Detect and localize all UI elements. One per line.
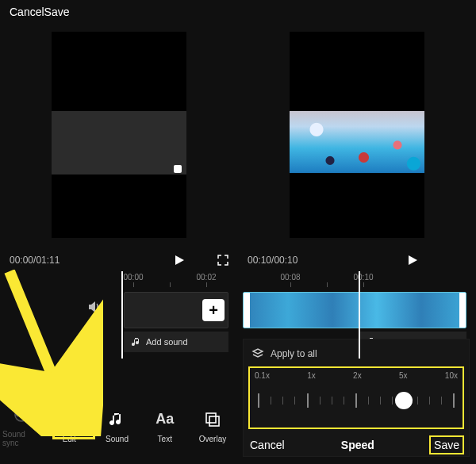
- clip-handle-left[interactable]: [244, 293, 250, 328]
- svg-rect-4: [206, 413, 216, 423]
- sound-sync-button[interactable]: Sound sync: [2, 403, 40, 447]
- speed-save-button[interactable]: Save: [431, 437, 463, 453]
- ruler-tick-label: 00:10: [353, 273, 373, 282]
- speed-opt: 10x: [445, 371, 458, 380]
- preview-left[interactable]: [52, 32, 186, 238]
- timecode-total: 00:10: [274, 255, 298, 266]
- svg-marker-6: [409, 255, 417, 265]
- time-row-right: 00:10/00:10: [238, 251, 476, 270]
- add-clip-button[interactable]: +: [202, 299, 225, 321]
- playhead[interactable]: [359, 271, 360, 359]
- tool-label: Sound: [106, 435, 129, 443]
- left-topbar: Cancel Save: [0, 0, 238, 24]
- svg-rect-3: [70, 415, 75, 424]
- edit-button[interactable]: Edit: [50, 408, 88, 443]
- ruler-left[interactable]: 00:00 00:02: [0, 271, 238, 287]
- tool-label: Sound sync: [2, 430, 40, 447]
- speed-opt: 5x: [399, 371, 408, 380]
- overlay-button[interactable]: Overlay: [194, 408, 232, 443]
- left-pane: Cancel Save 00:00/01:11 00:00 00:02: [0, 0, 238, 464]
- cancel-button[interactable]: Cancel: [10, 6, 44, 18]
- time-row-left: 00:00/01:11: [0, 251, 238, 270]
- playhead[interactable]: [121, 271, 123, 359]
- speed-cancel-button[interactable]: Cancel: [250, 439, 285, 451]
- preview-clip-frame: [290, 111, 424, 173]
- play-icon[interactable]: [173, 254, 186, 267]
- clip-track[interactable]: +: [124, 292, 228, 328]
- tool-label: Overlay: [199, 435, 226, 443]
- speed-slider-knob[interactable]: [395, 392, 413, 409]
- speed-title: Speed: [341, 439, 374, 451]
- svg-rect-5: [209, 416, 219, 426]
- right-topbar: [238, 0, 476, 24]
- roblox-logo-icon: [174, 165, 182, 173]
- preview-clip-placeholder: [52, 111, 186, 174]
- ruler-tick-label: 00:08: [280, 273, 300, 282]
- speaker-icon[interactable]: [87, 300, 102, 316]
- svg-rect-2: [63, 415, 68, 424]
- add-sound-button[interactable]: Add sound: [124, 332, 228, 352]
- timeline-left: + Add sound: [0, 287, 238, 365]
- save-button[interactable]: Save: [44, 6, 70, 18]
- speed-slider[interactable]: [253, 389, 459, 412]
- speed-slider-highlight: 0.1x 1x 2x 5x 10x: [248, 366, 464, 429]
- text-button[interactable]: Aa Text: [146, 408, 184, 443]
- svg-marker-0: [175, 255, 184, 265]
- tool-label: Text: [158, 435, 172, 443]
- add-sound-label: Add sound: [146, 337, 188, 347]
- speed-opt: 2x: [353, 371, 362, 380]
- apply-to-all-label: Apply to all: [271, 348, 317, 359]
- preview-right[interactable]: [290, 32, 424, 238]
- timecode-current: 00:00: [10, 255, 33, 266]
- speed-opt: 0.1x: [255, 371, 270, 380]
- tool-label: Edit: [63, 435, 76, 443]
- sound-button[interactable]: Sound: [98, 408, 136, 443]
- ruler-right[interactable]: 00:08 00:10: [238, 271, 476, 287]
- apply-to-all-toggle[interactable]: Apply to all: [250, 344, 463, 366]
- timecode-total: 01:11: [36, 255, 60, 266]
- play-icon[interactable]: [406, 254, 419, 267]
- ruler-tick-label: 00:00: [123, 273, 143, 282]
- speed-panel: Apply to all 0.1x 1x 2x 5x 10x: [243, 339, 470, 457]
- bottom-toolbar: Sound sync Edit Sound Aa Text Overlay: [0, 394, 238, 456]
- ruler-tick-label: 00:02: [196, 273, 216, 282]
- clip-track[interactable]: [243, 292, 466, 328]
- timecode-current: 00:10: [248, 255, 271, 266]
- speed-opt: 1x: [307, 371, 316, 380]
- fullscreen-icon[interactable]: [217, 255, 228, 266]
- right-pane: 00:10/00:10 00:08 00:10 Add sound Apply …: [238, 0, 476, 464]
- clip-handle-right[interactable]: [459, 293, 466, 328]
